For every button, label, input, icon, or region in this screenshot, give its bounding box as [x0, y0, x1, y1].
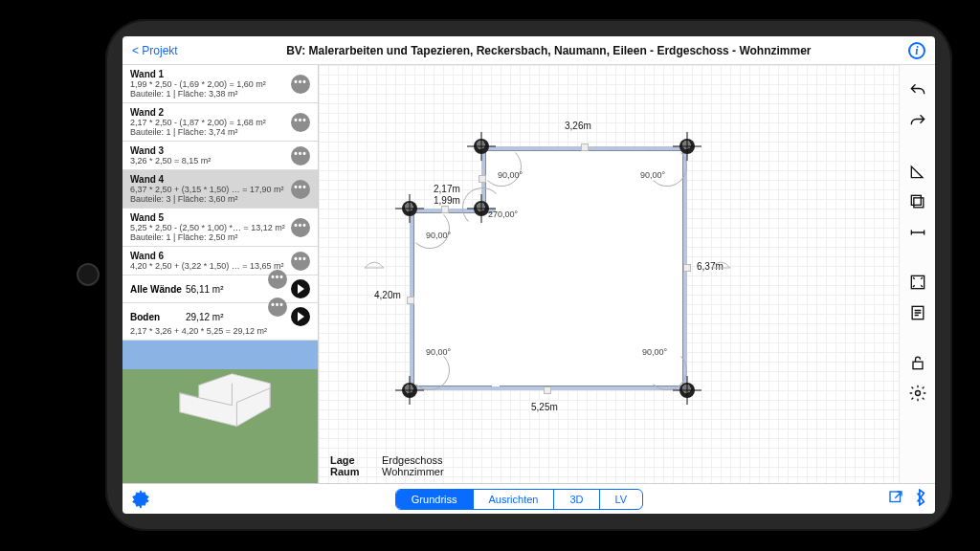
lock-button[interactable] — [907, 352, 928, 373]
preview-3d[interactable] — [122, 341, 318, 483]
copy-button[interactable] — [907, 191, 928, 212]
info-icon[interactable]: i — [908, 42, 925, 59]
angle-label: 90,00° — [640, 170, 665, 180]
header: < Projekt BV: Malerarbeiten und Tapezier… — [122, 36, 935, 65]
tab-3d[interactable]: 3D — [554, 490, 599, 509]
wall-row[interactable]: Wand 33,26 * 2,50 = 8,15 m²••• — [122, 142, 318, 170]
midpoint-handle[interactable] — [441, 206, 449, 213]
midpoint-handle[interactable] — [581, 143, 589, 151]
gear-icon[interactable] — [130, 489, 151, 510]
wall-row[interactable]: Wand 46,37 * 2,50 + (3,15 * 1,50) … = 17… — [122, 170, 318, 209]
body: Wand 11,99 * 2,50 - (1,69 * 2,00) = 1,60… — [122, 65, 935, 483]
svg-point-8 — [915, 391, 920, 396]
midpoint-handle[interactable] — [683, 264, 691, 272]
dim-label: 5,25m — [529, 402, 560, 412]
dim-label: 1,99m — [432, 195, 462, 206]
more-icon[interactable]: ••• — [268, 298, 287, 317]
summary-all-walls[interactable]: Alle Wände 56,11 m² ••• — [122, 276, 318, 303]
angle-tool-button[interactable] — [907, 161, 928, 182]
meta-value: Wohnzimmer — [382, 466, 444, 477]
tab-ausrichten[interactable]: Ausrichten — [474, 490, 555, 509]
wall-calc: 4,20 * 2,50 + (3,22 * 1,50) … = 13,65 m² — [130, 261, 310, 271]
angle-label: 90,00° — [642, 347, 667, 357]
wall-calc: 2,17 * 2,50 - (1,87 * 2,00) = 1,68 m² — [130, 118, 310, 127]
midpoint-handle[interactable] — [479, 175, 486, 183]
midpoint-handle[interactable] — [407, 297, 414, 304]
angle-label: 90,00° — [426, 347, 451, 357]
midpoint-handle[interactable] — [544, 386, 551, 394]
wall-row[interactable]: Wand 64,20 * 2,50 + (3,22 * 1,50) … = 13… — [122, 247, 318, 276]
dim-label: 4,20m — [372, 290, 403, 300]
tab-grundriss[interactable]: Grundriss — [396, 490, 474, 509]
footer: Grundriss Ausrichten 3D LV — [122, 483, 935, 514]
tablet-home-button — [77, 263, 100, 286]
vertex-handle[interactable] — [402, 383, 417, 398]
wall-name: Wand 3 — [130, 145, 310, 156]
tab-lv[interactable]: LV — [600, 490, 643, 509]
wall-name: Wand 5 — [130, 212, 310, 223]
angle-label: 90,00° — [426, 231, 451, 240]
plan-meta: LageErdgeschoss RaumWohnzimmer — [330, 454, 444, 477]
svg-rect-4 — [911, 195, 921, 205]
dim-label: 3,26m — [563, 121, 593, 131]
wall-calc: 5,25 * 2,50 - (2,50 * 1,00) *… = 13,12 m… — [130, 223, 310, 232]
summary-detail: 2,17 * 3,26 + 4,20 * 5,25 = 29,12 m² — [130, 326, 310, 336]
door-icon — [709, 256, 732, 270]
play-icon[interactable] — [291, 307, 310, 326]
wall-row[interactable]: Wand 22,17 * 2,50 - (1,87 * 2,00) = 1,68… — [122, 103, 318, 142]
wall-calc: 6,37 * 2,50 + (3,15 * 1,50) … = 17,90 m² — [130, 185, 310, 194]
more-icon[interactable]: ••• — [291, 146, 310, 165]
fit-view-button[interactable] — [907, 272, 928, 293]
back-button[interactable]: < Projekt — [132, 44, 178, 57]
more-icon[interactable]: ••• — [268, 270, 287, 289]
meta-label: Lage — [330, 454, 368, 466]
svg-rect-10 — [890, 492, 901, 502]
compose-icon[interactable] — [887, 489, 904, 510]
more-icon[interactable]: ••• — [291, 252, 310, 271]
meta-label: Raum — [330, 466, 368, 477]
angle-label: 270,00° — [488, 209, 518, 219]
more-icon[interactable]: ••• — [291, 180, 310, 199]
canvas-area: 90,00° 90,00° 90,00° 270,00° 90,00° 90,0… — [319, 65, 935, 483]
more-icon[interactable]: ••• — [291, 113, 310, 132]
redo-button[interactable] — [907, 111, 928, 132]
view-segmented-control[interactable]: Grundriss Ausrichten 3D LV — [395, 489, 643, 510]
floorplan-canvas[interactable]: 90,00° 90,00° 90,00° 270,00° 90,00° 90,0… — [319, 65, 899, 483]
sidebar: Wand 11,99 * 2,50 - (1,69 * 2,00) = 1,60… — [122, 65, 319, 483]
measure-button[interactable] — [907, 222, 928, 243]
summary-value: 56,11 m² — [186, 284, 268, 295]
meta-value: Erdgeschoss — [382, 454, 443, 466]
summary-label: Alle Wände — [130, 284, 186, 295]
wall-sub: Bauteile: 3 | Fläche: 3,60 m² — [130, 194, 310, 204]
wall-name: Wand 1 — [130, 69, 310, 79]
wall-sub: Bauteile: 1 | Fläche: 2,50 m² — [130, 232, 310, 242]
vertex-handle[interactable] — [679, 383, 695, 398]
wall-sub: Bauteile: 1 | Fläche: 3,38 m² — [130, 89, 310, 99]
vertex-handle[interactable] — [679, 139, 695, 154]
summary-label: Boden — [130, 312, 186, 322]
more-icon[interactable]: ••• — [291, 75, 310, 94]
page-title: BV: Malerarbeiten und Tapezieren, Recker… — [189, 44, 908, 57]
wall-name: Wand 2 — [130, 107, 310, 118]
play-icon[interactable] — [291, 279, 310, 298]
wall-name: Wand 4 — [130, 174, 310, 185]
bluetooth-icon[interactable] — [914, 489, 927, 510]
undo-button[interactable] — [907, 80, 928, 101]
app-screen: < Projekt BV: Malerarbeiten und Tapezier… — [122, 36, 935, 514]
settings-button[interactable] — [907, 383, 928, 404]
wall-calc: 1,99 * 2,50 - (1,69 * 2,00) = 1,60 m² — [130, 79, 310, 89]
notes-button[interactable] — [907, 302, 928, 323]
angle-label: 90,00° — [498, 170, 523, 180]
summary-value: 29,12 m² — [186, 312, 268, 322]
right-toolbar — [899, 65, 935, 483]
dim-label: 2,17m — [432, 184, 462, 194]
wall-row[interactable]: Wand 11,99 * 2,50 - (1,69 * 2,00) = 1,60… — [122, 65, 318, 103]
summary-floor[interactable]: Boden 29,12 m² ••• 2,17 * 3,26 + 4,20 * … — [122, 303, 318, 341]
tablet-frame: < Projekt BV: Malerarbeiten und Tapezier… — [105, 19, 952, 531]
svg-rect-3 — [913, 198, 923, 208]
svg-marker-0 — [180, 374, 271, 427]
wall-row[interactable]: Wand 55,25 * 2,50 - (2,50 * 1,00) *… = 1… — [122, 209, 318, 247]
wall-name: Wand 6 — [130, 251, 310, 261]
more-icon[interactable]: ••• — [291, 218, 310, 237]
wall-calc: 3,26 * 2,50 = 8,15 m² — [130, 156, 310, 165]
